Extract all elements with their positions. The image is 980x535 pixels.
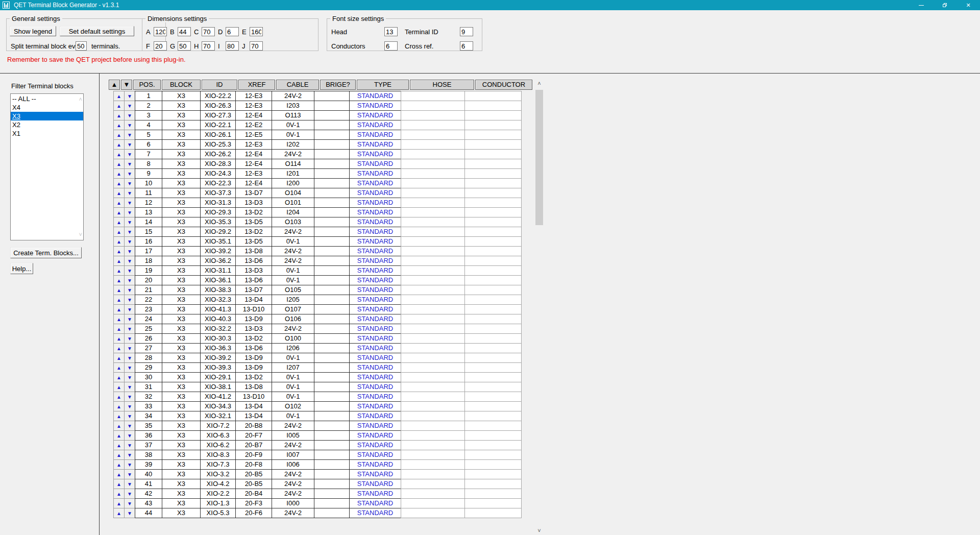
row-down-arrow-icon[interactable]: ▼ [124,353,135,363]
restore-button[interactable] [933,0,957,10]
row-down-arrow-icon[interactable]: ▼ [124,246,135,256]
cell-type[interactable]: STANDARD [349,246,401,256]
column-header-conductor[interactable]: CONDUCTOR [475,80,532,90]
column-header-cable[interactable]: CABLE [276,80,319,90]
row-down-arrow-icon[interactable]: ▼ [124,304,135,314]
dimension-input-c[interactable] [202,27,215,36]
cell-type[interactable]: STANDARD [349,498,401,508]
row-down-arrow-icon[interactable]: ▼ [124,324,135,334]
column-header-pos[interactable]: POS. [133,80,161,90]
row-down-arrow-icon[interactable]: ▼ [124,91,135,101]
row-down-arrow-icon[interactable]: ▼ [124,285,135,295]
row-down-arrow-icon[interactable]: ▼ [124,440,135,450]
row-down-arrow-icon[interactable]: ▼ [124,110,135,120]
cell-type[interactable]: STANDARD [349,178,401,188]
cell-type[interactable]: STANDARD [349,149,401,159]
cell-type[interactable]: STANDARD [349,333,401,344]
dimension-input-h[interactable] [202,41,215,51]
create-terminal-blocks-button[interactable]: Create Term. Blocks... [10,247,82,258]
dimension-input-a[interactable] [154,27,167,36]
cell-type[interactable]: STANDARD [349,440,401,450]
row-down-arrow-icon[interactable]: ▼ [124,498,135,508]
cell-type[interactable]: STANDARD [349,421,401,431]
cell-type[interactable]: STANDARD [349,91,401,101]
row-up-arrow-icon[interactable]: ▲ [113,236,125,247]
row-up-arrow-icon[interactable]: ▲ [113,139,125,150]
cell-type[interactable]: STANDARD [349,479,401,489]
row-down-arrow-icon[interactable]: ▼ [124,198,135,208]
row-up-arrow-icon[interactable]: ▲ [113,421,125,431]
row-down-arrow-icon[interactable]: ▼ [124,382,135,392]
row-up-arrow-icon[interactable]: ▲ [113,401,125,411]
scrollbar-up-button[interactable]: ˄ [535,80,543,88]
row-up-arrow-icon[interactable]: ▲ [113,101,125,111]
row-up-arrow-icon[interactable]: ▲ [113,265,125,276]
column-header-block[interactable]: BLOCK [162,80,201,90]
listbox-item-x1[interactable]: X1 [11,129,83,138]
listbox-scroll-up-icon[interactable]: ˄ [79,96,82,102]
cell-type[interactable]: STANDARD [349,343,401,353]
split-every-input[interactable] [76,41,87,51]
cell-type[interactable]: STANDARD [349,110,401,120]
dimension-input-d[interactable] [226,27,239,36]
row-up-arrow-icon[interactable]: ▲ [113,110,125,120]
cell-type[interactable]: STANDARD [349,459,401,470]
conductors-size-input[interactable] [384,41,398,51]
filter-listbox[interactable]: ˄ ˅ -- ALL --X4X3X2X1 [10,93,84,240]
row-up-arrow-icon[interactable]: ▲ [113,227,125,237]
cell-type[interactable]: STANDARD [349,324,401,334]
row-up-arrow-icon[interactable]: ▲ [113,207,125,217]
cell-type[interactable]: STANDARD [349,275,401,285]
row-up-arrow-icon[interactable]: ▲ [113,178,125,188]
cell-type[interactable]: STANDARD [349,392,401,402]
cell-type[interactable]: STANDARD [349,295,401,305]
row-up-arrow-icon[interactable]: ▲ [113,411,125,421]
dimension-input-g[interactable] [178,41,191,51]
row-up-arrow-icon[interactable]: ▲ [113,459,125,470]
row-up-arrow-icon[interactable]: ▲ [113,430,125,441]
listbox-item-x3[interactable]: X3 [11,112,83,120]
row-down-arrow-icon[interactable]: ▼ [124,401,135,411]
row-down-arrow-icon[interactable]: ▼ [124,479,135,489]
row-down-arrow-icon[interactable]: ▼ [124,217,135,227]
cell-type[interactable]: STANDARD [349,382,401,392]
help-button[interactable]: Help... [10,263,33,274]
row-up-arrow-icon[interactable]: ▲ [113,168,125,179]
cell-type[interactable]: STANDARD [349,217,401,227]
row-up-arrow-icon[interactable]: ▲ [113,489,125,499]
cell-type[interactable]: STANDARD [349,489,401,499]
row-up-arrow-icon[interactable]: ▲ [113,91,125,101]
column-header-xref[interactable]: XREF [238,80,275,90]
row-down-arrow-icon[interactable]: ▼ [124,489,135,499]
row-down-arrow-icon[interactable]: ▼ [124,459,135,470]
dimension-input-i[interactable] [226,41,239,51]
row-up-arrow-icon[interactable]: ▲ [113,130,125,140]
cell-type[interactable]: STANDARD [349,120,401,130]
cell-type[interactable]: STANDARD [349,469,401,479]
row-down-arrow-icon[interactable]: ▼ [124,149,135,159]
listbox-scroll-down-icon[interactable]: ˅ [79,232,82,237]
set-default-settings-button[interactable]: Set default settings [60,26,134,36]
row-down-arrow-icon[interactable]: ▼ [124,120,135,130]
row-up-arrow-icon[interactable]: ▲ [113,256,125,266]
cell-type[interactable]: STANDARD [349,508,401,518]
row-up-arrow-icon[interactable]: ▲ [113,324,125,334]
row-up-arrow-icon[interactable]: ▲ [113,159,125,169]
column-header-brige[interactable]: BRIGE? [320,80,356,90]
cell-type[interactable]: STANDARD [349,207,401,217]
cell-type[interactable]: STANDARD [349,159,401,169]
cell-type[interactable]: STANDARD [349,430,401,441]
cell-type[interactable]: STANDARD [349,353,401,363]
row-down-arrow-icon[interactable]: ▼ [124,130,135,140]
row-up-arrow-icon[interactable]: ▲ [113,382,125,392]
row-up-arrow-icon[interactable]: ▲ [113,440,125,450]
row-down-arrow-icon[interactable]: ▼ [124,178,135,188]
row-up-arrow-icon[interactable]: ▲ [113,362,125,373]
row-up-arrow-icon[interactable]: ▲ [113,333,125,344]
row-down-arrow-icon[interactable]: ▼ [124,411,135,421]
row-down-arrow-icon[interactable]: ▼ [124,343,135,353]
row-up-arrow-icon[interactable]: ▲ [113,450,125,460]
cell-type[interactable]: STANDARD [349,265,401,276]
row-down-arrow-icon[interactable]: ▼ [124,227,135,237]
row-up-arrow-icon[interactable]: ▲ [113,304,125,314]
